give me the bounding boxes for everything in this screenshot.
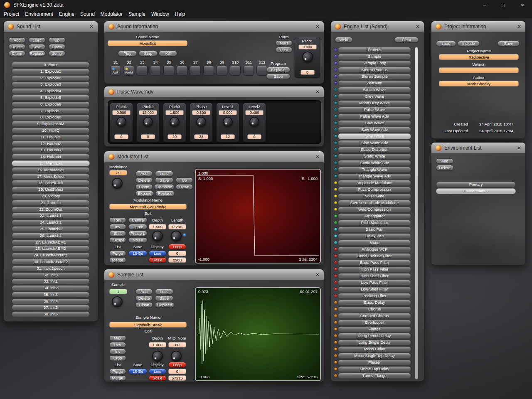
close-icon[interactable]: ✕	[416, 24, 420, 30]
loop-count-field[interactable]: 0	[168, 369, 186, 374]
project-name-field[interactable]: Radioactive	[439, 54, 519, 60]
add-button[interactable]: Add	[135, 171, 153, 176]
menu-item[interactable]: Sound	[77, 11, 98, 17]
down-button[interactable]: Down	[176, 184, 193, 190]
author-field[interactable]: Mark Sheeky	[439, 81, 519, 86]
load-button[interactable]: Load	[155, 171, 173, 176]
engine-list-item[interactable]: Proteus	[331, 47, 424, 54]
engine-list-item[interactable]: Tuned Flange	[331, 373, 424, 379]
sound-list-item[interactable]: 26. Launch4	[12, 233, 90, 239]
rev-button[interactable]: Rev	[109, 342, 126, 347]
16bit-button[interactable]: 16-Bit	[128, 369, 147, 374]
engine-list-item[interactable]: Everlooper	[331, 320, 424, 326]
knob-value-field[interactable]: 12.000	[139, 110, 157, 115]
slot-box[interactable]	[217, 66, 227, 76]
sound-list-header[interactable]: Sound List ✕	[4, 21, 98, 32]
sound-slot[interactable]: S3	[137, 60, 148, 76]
loop-count-field[interactable]: 0	[168, 251, 186, 256]
tscope-button[interactable]: TScope	[109, 237, 126, 243]
program-replace-button[interactable]: Replace	[266, 67, 290, 72]
engine-list-item[interactable]: Mono	[331, 240, 424, 246]
include-button[interactable]: Include	[458, 41, 480, 46]
expand-button[interactable]: Expand	[135, 191, 154, 196]
parameter-knob[interactable]	[223, 117, 233, 127]
engine-list-item[interactable]: Low Shelf Filter	[331, 286, 424, 293]
length-value-field[interactable]: 0.200	[168, 224, 186, 229]
engine-list-header[interactable]: Engine List (Sound) ✕	[331, 21, 424, 32]
depth-knob[interactable]	[152, 351, 163, 362]
rev-button[interactable]: Rev	[109, 217, 126, 223]
sound-list-item[interactable]: 8. Explode8	[12, 114, 90, 120]
line-button[interactable]: Line	[149, 251, 166, 256]
sound-slot[interactable]: S11	[243, 60, 254, 76]
sound-list-item[interactable]: 6. Explode6	[12, 101, 90, 107]
sound-slot[interactable]: S2 AmM	[123, 60, 134, 76]
knob-step-field[interactable]: 0	[141, 134, 155, 139]
engine-list-item[interactable]: Single Tap Delay	[331, 366, 424, 373]
close-icon[interactable]: ✕	[517, 24, 521, 30]
slot-box[interactable]	[256, 66, 267, 76]
scale-value-field[interactable]: 2203	[168, 257, 186, 263]
close-icon[interactable]: ✕	[89, 24, 94, 30]
16bit-button[interactable]: 16-Bit	[128, 251, 147, 256]
replace-button[interactable]: Replace	[155, 191, 175, 196]
engine-list-item[interactable]: Stereo Proteus	[331, 67, 424, 74]
engine-list-item[interactable]: Static White	[331, 153, 424, 160]
combine-button[interactable]: Combine	[154, 184, 174, 190]
engine-list-item[interactable]: Triangle Wave Adv	[331, 173, 424, 180]
engine-list-item[interactable]: Triangle Wave	[331, 167, 424, 173]
delete-button[interactable]: Delete	[135, 177, 153, 183]
menu-item[interactable]: Help	[172, 11, 188, 17]
knob-step-field[interactable]: 12	[221, 134, 235, 139]
sound-list-item[interactable]: 16. MenuMove	[12, 167, 90, 173]
engine-list-item[interactable]: Band Exclude Filter	[331, 253, 424, 260]
loop-button[interactable]: Loop	[168, 362, 186, 367]
sound-list-item[interactable]: 21. ZoomIn	[12, 200, 90, 206]
sound-list-item[interactable]: 13. HitUnit3	[12, 147, 90, 153]
sound-list-toolbar-button[interactable]: Down	[49, 44, 65, 49]
sound-list-item[interactable]: 27. LaunchABM1	[12, 239, 90, 245]
knob-step-field[interactable]: 0	[114, 134, 128, 139]
sound-list-item[interactable]: 35. Init3	[12, 292, 90, 298]
scale-button[interactable]: Scale	[149, 257, 166, 263]
knob-value-field[interactable]: 0.000	[298, 44, 317, 49]
max-button[interactable]: Max	[109, 335, 126, 341]
engine-list-item[interactable]: Combed Chorus	[331, 313, 424, 320]
sound-list-item[interactable]: 29. LaunchAircraft1	[12, 252, 90, 258]
sound-list-toolbar-button[interactable]: Jump	[49, 51, 65, 56]
sound-slot[interactable]: S10	[230, 60, 241, 76]
sound-list-item[interactable]: 5. Explode5	[12, 95, 90, 101]
depth-value-field[interactable]: 1.500	[149, 224, 166, 229]
engine-list-item[interactable]: Static Distortion	[331, 147, 424, 153]
environment-list-item[interactable]: Primary	[436, 182, 516, 187]
modulator-select-knob[interactable]	[112, 178, 123, 189]
engine-list-item[interactable]: Flange	[331, 326, 424, 333]
sound-list-item[interactable]: 1. Explode1	[12, 69, 90, 74]
delete-button[interactable]: Delete	[135, 296, 153, 301]
engine-list-item[interactable]: Pulse Wave Adv	[331, 113, 424, 120]
engine-list-item[interactable]: Stereo Amplitude Modulator	[331, 200, 424, 207]
sound-name-field[interactable]: MenuExit	[108, 40, 187, 46]
sound-list-toolbar-button[interactable]: Add	[9, 37, 25, 43]
sample-name-field[interactable]: Lightbulb Break	[109, 322, 187, 328]
sound-slot[interactable]: S6	[177, 60, 187, 76]
sound-list-item[interactable]: 28. LaunchABM2	[12, 246, 90, 251]
sound-slot[interactable]: S7	[190, 60, 201, 76]
engine-list-item[interactable]: Sample Loop	[331, 60, 424, 67]
engine-list-item[interactable]: Saw Wave Adv	[331, 127, 424, 133]
engine-list-item[interactable]: Long Period Delay	[331, 333, 424, 340]
engine-list-item[interactable]: Mono Delay	[331, 346, 424, 353]
engine-list-item[interactable]: Pitch Modulator	[331, 220, 424, 227]
save-button[interactable]: Save	[155, 296, 173, 301]
slot-box[interactable]	[243, 66, 254, 76]
inv-button[interactable]: Inv	[109, 224, 126, 229]
environment-list-header[interactable]: Environment List ✕	[431, 143, 525, 153]
engine-list-item[interactable]: Analogue VCF	[331, 246, 424, 253]
sound-list-toolbar-button[interactable]: Replace	[29, 51, 45, 56]
parm-prev-button[interactable]: Prev	[276, 47, 292, 52]
add-button[interactable]: Add	[135, 289, 153, 294]
sound-slot[interactable]: S4	[150, 60, 161, 76]
sound-list-item[interactable]: 17. MenuSelect	[12, 174, 90, 180]
engine-list-item[interactable]: Stereo Sample	[331, 74, 424, 80]
parameter-knob[interactable]	[170, 117, 180, 127]
